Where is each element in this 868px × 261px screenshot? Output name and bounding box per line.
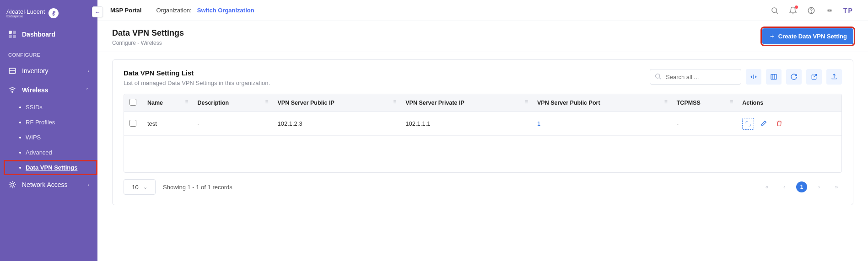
pagination: « ‹ 1 › » [761, 181, 842, 192]
brand-logo: Alcatel·Lucent Enterprise ℓ [0, 0, 97, 25]
column-menu-icon[interactable]: ≡ [664, 99, 668, 105]
col-public-port: VPN Server Public Port≡ [532, 94, 671, 112]
cell-description: - [192, 112, 272, 136]
delete-row-button[interactable] [773, 117, 785, 129]
switch-organization-link[interactable]: Switch Organization [197, 7, 254, 14]
list-card: Data VPN Setting List List of managed Da… [112, 59, 853, 205]
refresh-button[interactable] [786, 69, 802, 85]
plus-icon: ＋ [769, 32, 776, 41]
svg-rect-4 [9, 68, 16, 73]
breadcrumb-item[interactable]: Wireless [141, 40, 162, 46]
sidebar-item-dashboard[interactable]: Dashboard [0, 25, 97, 44]
sidebar-item-wips[interactable]: WIPS [14, 130, 97, 145]
sidebar-item-data-vpn-settings[interactable]: Data VPN Settings [4, 160, 97, 175]
svg-rect-12 [771, 75, 776, 80]
dashboard-icon [8, 30, 16, 38]
breadcrumb-item[interactable]: Configure [112, 40, 136, 46]
row-checkbox[interactable] [129, 120, 136, 127]
sidebar-item-inventory[interactable]: Inventory › [0, 61, 97, 80]
sidebar-item-label: Wireless [22, 86, 48, 94]
sidebar-item-ssids[interactable]: SSIDs [14, 100, 97, 115]
pager-page-button[interactable]: 1 [796, 181, 807, 192]
topbar: MSP Portal Organization: Switch Organiza… [97, 0, 868, 21]
page-header: Data VPN Settings Configure - Wireless ＋… [97, 21, 868, 52]
table: Name≡ Description≡ VPN Server Public IP≡… [124, 94, 842, 173]
column-menu-icon[interactable]: ≡ [265, 99, 268, 105]
page-size-selector[interactable]: 10 ⌄ [124, 179, 156, 195]
column-menu-icon[interactable]: ≡ [525, 99, 528, 105]
col-public-ip: VPN Server Public IP≡ [272, 94, 400, 112]
svg-rect-3 [13, 35, 16, 38]
notifications-icon[interactable] [787, 4, 799, 17]
edit-row-button[interactable] [758, 117, 770, 129]
svg-rect-1 [13, 31, 16, 34]
svg-rect-2 [9, 35, 12, 38]
user-avatar[interactable]: TP [841, 4, 855, 17]
chevron-right-icon: › [87, 68, 89, 74]
pager-first-button[interactable]: « [761, 181, 772, 192]
page-title: Data VPN Settings [112, 28, 184, 38]
sidebar-item-label: Data VPN Settings [26, 164, 77, 171]
inventory-icon [8, 67, 16, 75]
button-label: Create Data VPN Setting [778, 33, 847, 40]
sidebar-item-label: Network Access [22, 181, 68, 188]
fit-columns-button[interactable] [746, 69, 761, 85]
pager-prev-button[interactable]: ‹ [779, 181, 790, 192]
organization-label: Organization: [156, 7, 191, 14]
card-subtitle: List of managed Data VPN Settings in thi… [124, 80, 270, 86]
expand-row-button[interactable] [742, 118, 754, 130]
create-data-vpn-setting-button[interactable]: ＋ Create Data VPN Setting [762, 28, 853, 44]
open-external-button[interactable] [806, 69, 822, 85]
column-menu-icon[interactable]: ≡ [730, 99, 733, 105]
cell-actions [737, 112, 841, 136]
wifi-icon [8, 86, 16, 94]
svg-point-7 [772, 8, 777, 13]
help-icon[interactable] [805, 4, 818, 17]
search-box [650, 69, 741, 85]
pager-last-button[interactable]: » [831, 181, 842, 192]
sidebar-section-configure: CONFIGURE [0, 44, 97, 61]
wireless-submenu: SSIDs RF Profiles WIPS Advanced Data VPN… [0, 100, 97, 175]
columns-button[interactable] [766, 69, 782, 85]
sidebar-item-label: Dashboard [22, 31, 55, 38]
sidebar-item-rf-profiles[interactable]: RF Profiles [14, 115, 97, 130]
cell-tcpmss: - [671, 112, 737, 136]
svg-point-6 [11, 183, 14, 186]
column-menu-icon[interactable]: ≡ [185, 99, 188, 105]
records-info: Showing 1 - 1 of 1 records [163, 184, 232, 191]
svg-point-9 [811, 12, 811, 12]
sidebar-collapse-button[interactable]: ← [92, 6, 103, 17]
search-input[interactable] [650, 69, 741, 85]
sidebar-item-advanced[interactable]: Advanced [14, 145, 97, 160]
table-footer: 10 ⌄ Showing 1 - 1 of 1 records « ‹ 1 › … [124, 179, 842, 195]
search-icon[interactable] [768, 4, 781, 17]
export-button[interactable] [826, 69, 842, 85]
sidebar-item-network-access[interactable]: Network Access › [0, 175, 97, 194]
svg-rect-0 [9, 31, 12, 34]
select-all-checkbox[interactable] [129, 99, 136, 106]
sidebar-item-wireless[interactable]: Wireless ⌃ [0, 80, 97, 100]
page-size-value: 10 [132, 184, 138, 191]
chevron-down-icon: ⌄ [143, 184, 147, 190]
main-area: MSP Portal Organization: Switch Organiza… [97, 0, 868, 261]
breadcrumb: Configure - Wireless [112, 40, 184, 46]
apps-icon[interactable] [823, 4, 836, 17]
sidebar: Alcatel·Lucent Enterprise ℓ ← Dashboard … [0, 0, 97, 261]
brand-sub: Enterprise [6, 14, 45, 18]
sidebar-item-label: SSIDs [26, 104, 43, 111]
svg-point-5 [12, 91, 13, 92]
sidebar-item-label: Advanced [26, 149, 52, 156]
column-menu-icon[interactable]: ≡ [393, 99, 396, 105]
pager-next-button[interactable]: › [814, 181, 825, 192]
chevron-right-icon: › [87, 182, 89, 187]
sidebar-item-label: Inventory [22, 67, 49, 75]
col-description: Description≡ [192, 94, 272, 112]
col-private-ip: VPN Server Private IP≡ [400, 94, 532, 112]
chevron-up-icon: ⌃ [85, 87, 89, 93]
col-tcpmss: TCPMSS≡ [671, 94, 737, 112]
col-actions: Actions [737, 94, 841, 112]
cell-name: test [142, 112, 192, 136]
card-title: Data VPN Setting List [124, 69, 270, 77]
cell-public-ip: 102.1.2.3 [272, 112, 400, 136]
portal-name: MSP Portal [110, 7, 141, 14]
